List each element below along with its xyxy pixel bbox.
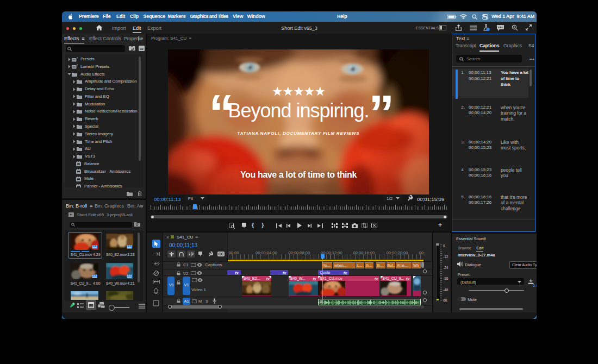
svg-text:32: 32 bbox=[140, 47, 144, 51]
svg-text:CC: CC bbox=[218, 252, 223, 256]
